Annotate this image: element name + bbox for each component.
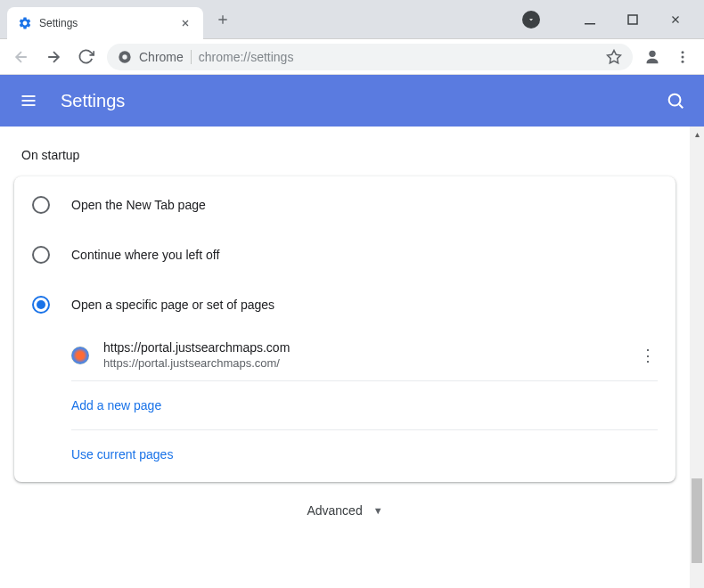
menu-icon[interactable] <box>18 90 39 111</box>
add-page-row[interactable]: Add a new page <box>71 381 658 430</box>
scrollbar-track[interactable]: ▴ <box>690 127 704 588</box>
use-current-link[interactable]: Use current pages <box>71 447 173 461</box>
svg-point-7 <box>682 55 684 58</box>
window-titlebar: Settings <box>0 0 704 39</box>
radio-label: Open the New Tab page <box>71 198 206 212</box>
startup-page-title: https://portal.justsearchmaps.com <box>103 340 622 355</box>
startup-card: Open the New Tab page Continue where you… <box>14 176 675 482</box>
radio-option-specific-pages[interactable]: Open a specific page or set of pages <box>14 280 675 330</box>
chrome-icon <box>118 50 132 64</box>
minimize-button[interactable] <box>579 9 601 30</box>
forward-button[interactable] <box>39 43 68 71</box>
radio-option-continue[interactable]: Continue where you left off <box>14 230 675 280</box>
settings-header: Settings <box>0 75 704 127</box>
reload-button[interactable] <box>71 43 100 71</box>
svg-marker-4 <box>608 50 621 62</box>
svg-point-12 <box>669 94 681 106</box>
bookmark-star-button[interactable] <box>606 49 622 65</box>
chrome-menu-button[interactable] <box>668 43 697 71</box>
startup-page-row: https://portal.justsearchmaps.com https:… <box>71 330 658 381</box>
browser-tab[interactable]: Settings <box>7 7 203 39</box>
profile-button[interactable] <box>640 45 665 69</box>
close-window-button[interactable] <box>665 9 686 30</box>
svg-point-3 <box>122 54 127 59</box>
svg-point-5 <box>649 50 655 56</box>
scrollbar-thumb[interactable] <box>692 478 702 563</box>
url-scheme-label: Chrome <box>139 50 184 64</box>
page-title: Settings <box>61 91 665 111</box>
radio-icon <box>32 196 50 214</box>
svg-point-6 <box>682 51 684 53</box>
search-icon[interactable] <box>665 90 686 111</box>
radio-label: Continue where you left off <box>71 248 219 262</box>
add-page-link[interactable]: Add a new page <box>71 398 161 412</box>
svg-line-13 <box>679 104 683 108</box>
section-heading: On startup <box>21 148 675 162</box>
back-button[interactable] <box>7 43 36 71</box>
separator <box>191 50 192 64</box>
new-tab-button[interactable] <box>210 7 235 32</box>
close-tab-button[interactable] <box>178 16 192 30</box>
startup-page-url: https://portal.justsearchmaps.com/ <box>103 356 622 370</box>
svg-rect-1 <box>628 15 637 24</box>
advanced-toggle[interactable]: Advanced ▼ <box>14 482 675 534</box>
site-favicon <box>71 347 89 364</box>
url-text: chrome://settings <box>199 50 599 64</box>
radio-icon <box>32 296 50 314</box>
advanced-label: Advanced <box>307 503 362 518</box>
maximize-button[interactable] <box>622 9 643 30</box>
address-bar[interactable]: Chrome chrome://settings <box>107 44 633 70</box>
svg-point-8 <box>682 60 684 62</box>
radio-icon <box>32 246 50 264</box>
gear-icon <box>18 16 32 30</box>
use-current-row[interactable]: Use current pages <box>71 430 658 478</box>
chevron-down-icon: ▼ <box>373 505 383 516</box>
radio-option-new-tab[interactable]: Open the New Tab page <box>14 180 675 230</box>
radio-label: Open a specific page or set of pages <box>71 298 274 312</box>
svg-rect-0 <box>585 23 595 25</box>
scrollbar-up-arrow[interactable]: ▴ <box>690 127 704 141</box>
tab-title: Settings <box>39 17 171 29</box>
profile-badge-icon[interactable] <box>522 11 540 29</box>
more-actions-button[interactable]: ⋮ <box>636 346 658 365</box>
browser-toolbar: Chrome chrome://settings <box>0 39 704 75</box>
